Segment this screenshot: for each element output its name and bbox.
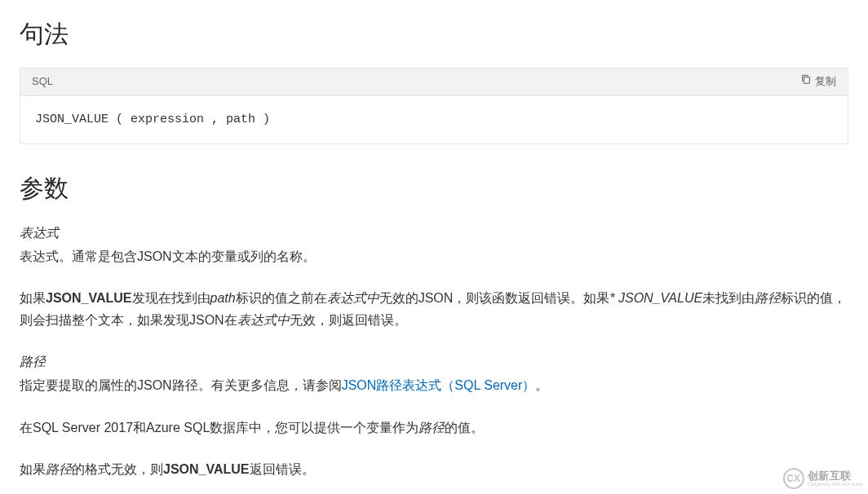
text: 指定要提取的属性的JSON路径。有关更多信息，请参阅 [20,378,342,392]
text: 如果 [20,462,46,476]
code-content: JSON_VALUE ( expression , path ) [20,96,848,143]
svg-rect-0 [804,77,809,84]
copy-label: 复制 [815,73,836,90]
text-italic: 表达式中 [327,291,379,305]
param-path-desc: 指定要提取的属性的JSON路径。有关更多信息，请参阅JSON路径表达式（SQL … [20,374,848,396]
text-bold: JSON_VALUE [163,462,250,476]
param-path-title: 路径 [20,351,848,373]
text: 未找到由 [702,291,755,305]
text-italic: 路径 [755,291,781,305]
code-block: SQL 复制 JSON_VALUE ( expression , path ) [20,68,848,144]
param-expression-title: 表达式 [20,222,848,244]
text-bold: JSON_VALUE [46,291,132,305]
text: 。 [535,378,548,392]
text: 发现在找到由 [132,291,210,305]
param-path-note-sqlserver: 在SQL Server 2017和Azure SQL数据库中，您可以提供一个变量… [20,417,848,439]
text-italic: * JSON_VALUE [609,291,702,305]
text: 在SQL Server 2017和Azure SQL数据库中，您可以提供一个变量… [20,421,418,434]
heading-parameters: 参数 [20,167,848,209]
text-italic: 路径 [418,421,445,434]
code-block-header: SQL 复制 [20,68,848,96]
text: 无效，则返回错误。 [290,313,407,327]
param-expression-detail: 如果JSON_VALUE发现在找到由path标识的值之前在表达式中无效的JSON… [20,287,848,331]
watermark-sub: CHUANG XIN HU LIAN [808,482,863,487]
param-expression-desc: 表达式。通常是包含JSON文本的变量或列的名称。 [20,245,848,267]
text: 标识的值之前在 [236,291,327,305]
param-path-error: 如果路径的格式无效，则JSON_VALUE返回错误。 [20,458,848,480]
copy-icon [800,73,812,90]
text: 无效的JSON，则该函数返回错误。如果 [379,291,610,305]
text: 如果 [20,291,46,305]
text-italic: 路径 [46,462,72,476]
heading-syntax: 句法 [20,13,848,55]
link-json-path-expressions[interactable]: JSON路径表达式（SQL Server） [342,378,536,392]
text-italic: path [210,291,236,305]
text: 的格式无效，则 [72,462,163,476]
copy-button[interactable]: 复制 [800,73,836,90]
text: 返回错误。 [250,462,315,476]
code-lang-label: SQL [32,73,53,90]
text-italic: 表达式中 [237,313,290,327]
text: 的值。 [445,421,484,434]
